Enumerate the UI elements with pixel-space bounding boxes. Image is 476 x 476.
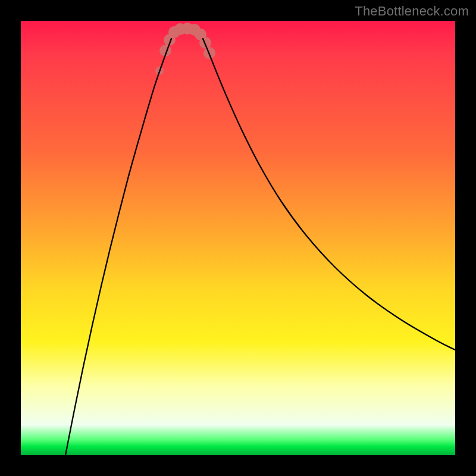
curve-right-branch <box>203 39 455 350</box>
chart-svg <box>21 21 455 455</box>
curve-left-branch <box>65 39 171 455</box>
watermark-text: TheBottleneck.com <box>355 4 469 19</box>
chart-frame: TheBottleneck.com <box>0 0 476 476</box>
plot-area <box>21 21 455 455</box>
line-layer <box>65 39 455 455</box>
marker-layer <box>155 23 215 75</box>
